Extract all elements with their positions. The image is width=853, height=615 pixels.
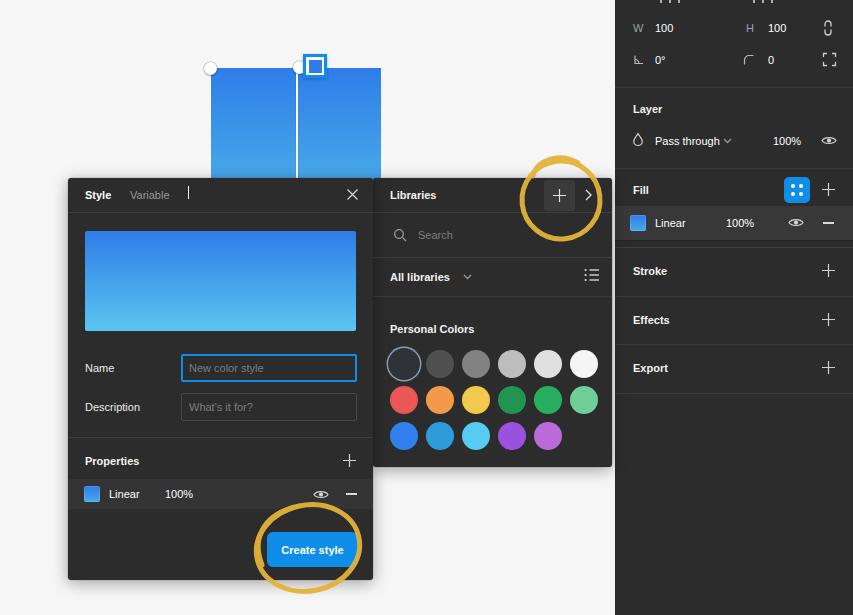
add-fill-plus-icon[interactable] — [821, 182, 836, 197]
gradient-width-handle[interactable] — [204, 62, 217, 75]
add-property-plus-icon[interactable] — [342, 453, 357, 468]
add-library-button[interactable] — [544, 180, 575, 211]
close-icon[interactable] — [346, 188, 359, 201]
color-swatch[interactable] — [498, 422, 526, 450]
blend-mode-value[interactable]: Pass through — [655, 135, 720, 147]
color-swatch[interactable] — [498, 386, 526, 414]
add-effect-plus-icon[interactable] — [821, 312, 836, 327]
color-swatch[interactable] — [570, 350, 598, 378]
add-stroke-plus-icon[interactable] — [821, 263, 836, 278]
clipped-text-remnant — [660, 0, 686, 3]
search-icon — [393, 228, 407, 242]
fill-visibility-eye-icon[interactable] — [788, 217, 804, 228]
section-divider — [373, 257, 612, 258]
stroke-section-title: Stroke — [633, 265, 667, 277]
section-divider — [615, 168, 853, 169]
height-value[interactable]: 100 — [768, 22, 786, 34]
text-caret — [188, 186, 189, 199]
section-divider — [615, 344, 853, 345]
chevron-right-icon[interactable] — [585, 189, 592, 201]
style-name-input[interactable] — [181, 354, 357, 382]
property-gradient-swatch[interactable] — [84, 486, 100, 502]
color-swatch[interactable] — [390, 350, 418, 378]
width-label: W — [633, 22, 643, 34]
gradient-stop-color — [309, 60, 322, 73]
personal-colors-grid — [390, 350, 598, 450]
rotation-value[interactable]: 0° — [655, 54, 666, 66]
annotation-loop — [533, 158, 578, 176]
style-description-input[interactable] — [181, 393, 357, 421]
name-field-label: Name — [85, 362, 181, 374]
figma-app: W 100 H 100 0° 0 Layer — [0, 0, 853, 615]
color-swatch[interactable] — [534, 350, 562, 378]
color-swatch[interactable] — [534, 422, 562, 450]
chevron-down-icon[interactable] — [723, 138, 732, 144]
layer-visibility-eye-icon[interactable] — [821, 135, 837, 146]
color-swatch[interactable] — [390, 422, 418, 450]
color-swatch[interactable] — [570, 386, 598, 414]
color-swatch[interactable] — [498, 350, 526, 378]
libraries-panel: Libraries Search All libraries Personal … — [373, 178, 612, 467]
description-field-label: Description — [85, 401, 181, 413]
gradient-style-preview — [85, 231, 356, 331]
layer-section-title: Layer — [633, 103, 662, 115]
fill-type-label[interactable]: Linear — [655, 217, 686, 229]
remove-property-minus-icon[interactable] — [346, 493, 357, 495]
remove-fill-minus-icon[interactable] — [823, 222, 834, 224]
add-export-plus-icon[interactable] — [821, 360, 836, 375]
section-divider — [615, 296, 853, 297]
color-swatch[interactable] — [390, 386, 418, 414]
gradient-axis-line[interactable] — [296, 61, 298, 180]
section-divider — [615, 393, 853, 394]
color-swatch[interactable] — [534, 386, 562, 414]
properties-section-title: Properties — [85, 455, 139, 467]
library-filter-dropdown[interactable]: All libraries — [390, 271, 450, 283]
corner-radius-icon — [742, 53, 755, 66]
layer-opacity-value[interactable]: 100% — [773, 135, 801, 147]
section-divider — [615, 247, 853, 248]
color-swatch[interactable] — [426, 350, 454, 378]
rotation-icon — [632, 53, 645, 66]
list-view-icon[interactable] — [584, 268, 600, 282]
property-item-row[interactable]: Linear 100% — [68, 479, 373, 509]
color-swatch[interactable] — [426, 386, 454, 414]
inspector-panel: W 100 H 100 0° 0 Layer — [615, 0, 853, 615]
property-type-label: Linear — [109, 488, 165, 500]
libraries-title: Libraries — [390, 189, 436, 201]
style-library-apps-icon[interactable] — [784, 177, 810, 203]
section-divider — [615, 87, 853, 88]
library-search-input[interactable]: Search — [418, 229, 453, 241]
color-swatch[interactable] — [426, 422, 454, 450]
corner-radius-value[interactable]: 0 — [768, 54, 774, 66]
section-divider — [373, 212, 612, 213]
property-opacity-value[interactable]: 100% — [165, 488, 193, 500]
color-swatch[interactable] — [462, 422, 490, 450]
section-divider — [373, 296, 612, 297]
create-style-button[interactable]: Create style — [267, 532, 358, 567]
independent-corners-icon[interactable] — [822, 52, 837, 67]
chevron-down-icon[interactable] — [463, 274, 472, 280]
effects-section-title: Effects — [633, 314, 670, 326]
create-style-dialog: Style Variable Name Description Properti… — [68, 178, 373, 580]
fill-opacity-value[interactable]: 100% — [726, 217, 754, 229]
section-divider — [68, 212, 373, 213]
tab-style[interactable]: Style — [85, 189, 111, 201]
gradient-stop-inner-ring — [306, 57, 324, 75]
clipped-text-remnant — [753, 0, 779, 3]
width-value[interactable]: 100 — [655, 22, 673, 34]
height-label: H — [746, 22, 754, 34]
personal-colors-title: Personal Colors — [390, 323, 474, 335]
blend-mode-droplet-icon[interactable] — [632, 132, 644, 147]
constrain-proportions-icon[interactable] — [821, 19, 835, 37]
section-divider — [68, 437, 373, 438]
tab-variable[interactable]: Variable — [130, 189, 170, 201]
fill-gradient-swatch[interactable] — [630, 215, 646, 231]
gradient-selected-stop-handle[interactable] — [303, 54, 327, 78]
property-visibility-eye-icon[interactable] — [313, 489, 329, 500]
export-section-title: Export — [633, 362, 668, 374]
color-swatch[interactable] — [462, 386, 490, 414]
color-swatch[interactable] — [462, 350, 490, 378]
fill-section-title: Fill — [633, 184, 649, 196]
